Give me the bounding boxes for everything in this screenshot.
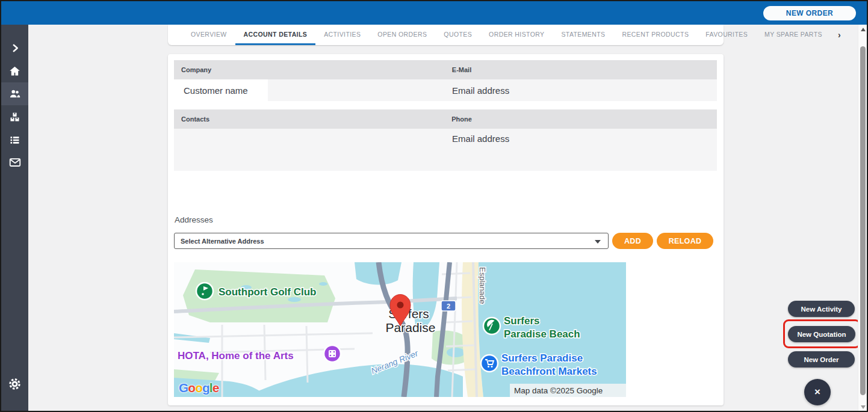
google-letter: e: [212, 381, 219, 395]
google-letter: g: [202, 381, 209, 395]
map-label-markets-line2: Beachfront Markets: [501, 366, 597, 377]
company-value-field[interactable]: Customer name: [174, 79, 268, 101]
sidebar-item-orders-list[interactable]: [1, 128, 28, 151]
new-order-fab-button[interactable]: New Order: [788, 351, 855, 367]
sidebar-item-mail[interactable]: [1, 151, 28, 174]
addresses-controls-row: Select Alternative Address ADD RELOAD: [174, 233, 713, 249]
app-window: NEW ORDER: [0, 0, 868, 412]
google-letter: o: [188, 381, 195, 395]
map-attribution: Map data ©2025 Google: [514, 386, 603, 395]
sidebar-item-products[interactable]: [1, 105, 28, 128]
chevron-right-icon: [10, 43, 20, 54]
phone-value: Email address: [452, 134, 509, 144]
map-label-beach-line1: Surfers: [504, 315, 540, 327]
map-label-esplanade: Esplanade: [478, 267, 487, 304]
addresses-section-title: Addresses: [175, 215, 213, 224]
close-icon: ×: [814, 386, 820, 398]
contacts-phone-value-row: Email address: [174, 129, 717, 171]
phone-column-label: Phone: [451, 115, 472, 123]
map-label-markets-line1: Surfers Paradise: [501, 352, 583, 364]
company-email-value-row: Customer name Email address: [174, 79, 717, 101]
add-address-button[interactable]: ADD: [612, 233, 653, 249]
sidebar-item-settings[interactable]: [1, 372, 28, 395]
sidebar-expand-button[interactable]: [1, 37, 28, 60]
home-icon: [8, 65, 21, 78]
company-column-label: Company: [181, 66, 211, 73]
scrollbar-down-arrow-icon[interactable]: [861, 405, 866, 409]
tab-statements[interactable]: STATEMENTS: [553, 25, 613, 45]
list-icon: [8, 134, 21, 146]
mail-icon: [8, 156, 22, 169]
reload-addresses-button[interactable]: RELOAD: [657, 233, 713, 249]
contacts-column-label: Contacts: [181, 115, 209, 123]
vertical-scrollbar[interactable]: [858, 25, 867, 411]
tab-activities[interactable]: ACTIVITIES: [315, 25, 369, 45]
email-value: Email address: [452, 85, 509, 96]
account-details-panel: Company E-Mail Customer name Email addre…: [168, 54, 724, 405]
tab-favourites[interactable]: FAVOURITES: [697, 25, 756, 45]
top-header-bar: NEW ORDER: [1, 1, 867, 25]
sidebar-nav: [1, 25, 28, 412]
new-order-header-button[interactable]: NEW ORDER: [763, 6, 856, 20]
map-label-hota: HOTA, Home of the Arts: [178, 350, 294, 361]
tab-order-history[interactable]: ORDER HISTORY: [480, 25, 553, 45]
google-letter: G: [179, 381, 188, 395]
tabs-overflow-chevron-icon[interactable]: ›: [831, 25, 848, 45]
email-column-label: E-Mail: [452, 66, 471, 73]
select-caret-icon: [595, 240, 601, 244]
people-icon: [8, 87, 22, 100]
new-quotation-button[interactable]: New Quotation: [788, 326, 855, 342]
boxes-icon: [8, 111, 21, 123]
tab-overview[interactable]: OVERVIEW: [182, 25, 235, 45]
account-tabs-bar: OVERVIEW ACCOUNT DETAILS ACTIVITIES OPEN…: [168, 25, 724, 45]
scrollbar-thumb[interactable]: [860, 46, 866, 395]
alternative-address-select[interactable]: Select Alternative Address: [174, 233, 609, 249]
close-fab-button[interactable]: ×: [804, 379, 831, 405]
tab-open-orders[interactable]: OPEN ORDERS: [369, 25, 435, 45]
address-map[interactable]: Southport Golf Club HOTA, Home of the Ar…: [174, 262, 626, 397]
google-logo: Google: [179, 381, 219, 395]
gear-icon: [8, 377, 22, 391]
map-label-beach-line2: Paradise Beach: [504, 328, 580, 340]
tab-my-spare-parts[interactable]: MY SPARE PARTS: [756, 25, 831, 45]
google-letter: o: [195, 381, 202, 395]
map-label-paradise: Paradise: [386, 321, 436, 334]
tab-account-details[interactable]: ACCOUNT DETAILS: [235, 25, 316, 45]
contacts-phone-header-row: Contacts Phone: [174, 109, 717, 129]
new-activity-button[interactable]: New Activity: [788, 301, 855, 317]
company-email-header-row: Company E-Mail: [174, 60, 717, 79]
tab-recent-products[interactable]: RECENT PRODUCTS: [613, 25, 697, 45]
scrollbar-up-arrow-icon[interactable]: [861, 28, 866, 31]
map-label-southport-golf-club: Southport Golf Club: [219, 286, 316, 298]
map-route-shield-2: 2: [447, 303, 450, 310]
sidebar-item-customers[interactable]: [1, 82, 28, 105]
tab-quotes[interactable]: QUOTES: [435, 25, 480, 45]
sidebar-item-home[interactable]: [1, 60, 28, 82]
alternative-address-select-value: Select Alternative Address: [181, 238, 264, 245]
